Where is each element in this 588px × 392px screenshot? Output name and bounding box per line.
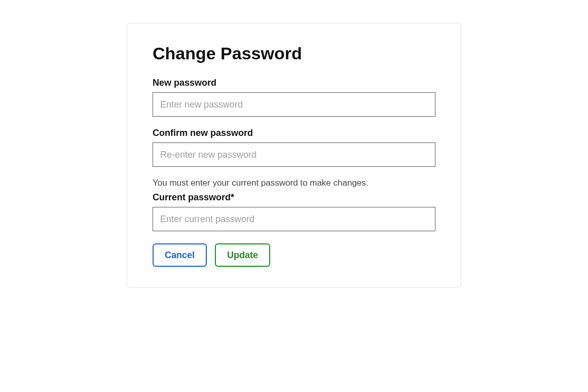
button-row: Cancel Update — [153, 243, 435, 267]
new-password-input[interactable] — [153, 92, 435, 117]
current-password-group: You must enter your current password to … — [153, 178, 435, 231]
page-title: Change Password — [153, 44, 435, 63]
current-password-helper: You must enter your current password to … — [153, 178, 435, 188]
confirm-password-group: Confirm new password — [153, 128, 435, 167]
confirm-password-label: Confirm new password — [153, 128, 435, 138]
new-password-group: New password — [153, 78, 435, 117]
cancel-button[interactable]: Cancel — [153, 243, 207, 267]
confirm-password-input[interactable] — [153, 142, 435, 167]
new-password-label: New password — [153, 78, 435, 88]
current-password-input[interactable] — [153, 207, 435, 231]
update-button[interactable]: Update — [215, 243, 270, 267]
change-password-card: Change Password New password Confirm new… — [127, 23, 461, 288]
current-password-label: Current password* — [153, 192, 435, 203]
